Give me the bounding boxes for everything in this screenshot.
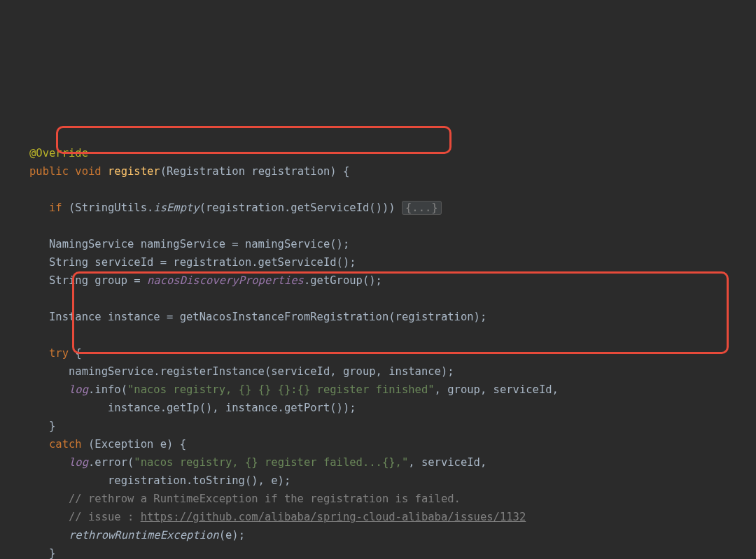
- line-serviceid: String serviceId = registration.getServi…: [49, 256, 356, 269]
- field-props: nacosDiscoveryProperties: [147, 274, 304, 287]
- kw-catch: catch: [49, 438, 82, 451]
- method-name: register: [108, 165, 160, 178]
- comment-2a: // issue :: [69, 511, 141, 523]
- l8s: "nacos registry, {} {} {}:{} register fi…: [127, 383, 435, 396]
- log-2: log: [69, 456, 88, 469]
- l8b: , group, serviceId,: [435, 383, 559, 396]
- code-block: @Override public void register(Registrat…: [29, 144, 756, 559]
- sig-params: (Registration registration) {: [160, 165, 350, 178]
- l9: instance.getIp(), instance.getPort());: [108, 402, 356, 414]
- l12b: (e);: [219, 529, 245, 542]
- kw-try: try: [49, 347, 69, 360]
- l11: registration.toString(), e);: [108, 474, 290, 487]
- brace-close-try: }: [49, 420, 55, 432]
- m-rethrow: rethrowRuntimeException: [69, 529, 219, 542]
- comment-1: // rethrow a RuntimeException if the reg…: [69, 493, 461, 505]
- fold-icon[interactable]: {...}: [402, 201, 442, 215]
- log-1: log: [69, 383, 88, 396]
- issue-link[interactable]: https://github.com/alibaba/spring-cloud-…: [141, 511, 526, 523]
- line-group-c: .getGroup();: [304, 274, 382, 287]
- catch-sig: (Exception e) {: [82, 438, 186, 451]
- if-pre: (StringUtils.: [69, 201, 153, 214]
- kw-public: public: [29, 165, 69, 178]
- l10b: , serviceId,: [408, 456, 486, 469]
- l10a: .error(: [88, 456, 134, 469]
- line-group-a: String group =: [49, 274, 147, 287]
- m-isEmpty: isEmpty: [153, 201, 199, 214]
- kw-void: void: [75, 165, 101, 178]
- line-registerInstance: namingService.registerInstance(serviceId…: [69, 365, 454, 378]
- kw-if: if: [49, 201, 62, 214]
- if-post: (registration.getServiceId())): [200, 201, 402, 214]
- l8a: .info(: [88, 383, 127, 396]
- l10s: "nacos registry, {} register failed...{}…: [134, 456, 408, 469]
- line-instance: Instance instance = getNacosInstanceFrom…: [49, 311, 486, 323]
- line-naming: NamingService namingService = namingServ…: [49, 238, 349, 250]
- brace-open-1: {: [69, 347, 82, 360]
- brace-close-catch: }: [49, 547, 55, 559]
- annotation: @Override: [29, 147, 88, 160]
